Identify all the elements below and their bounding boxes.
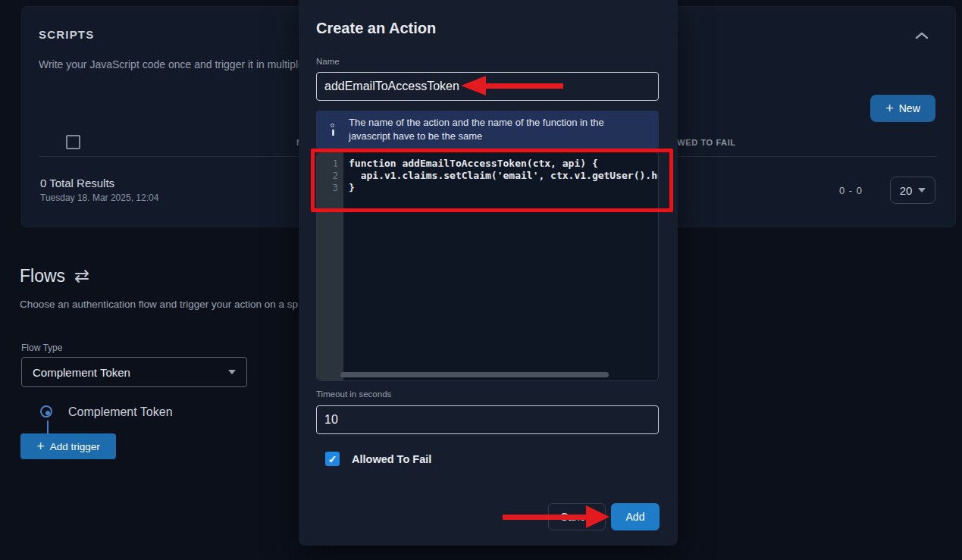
add-trigger-label: Add trigger (50, 441, 100, 452)
caret-down-icon (228, 370, 236, 374)
timeout-field-label: Timeout in seconds (316, 389, 391, 399)
new-button-label: New (899, 102, 920, 114)
flow-type-select[interactable]: Complement Token (21, 357, 247, 387)
create-action-dialog: Create an Action Name The name of the ac… (299, 0, 678, 546)
scripts-section-title: SCRIPTS (39, 28, 94, 41)
info-banner-text: The name of the action and the name of t… (349, 116, 659, 142)
action-name-input[interactable] (316, 72, 659, 101)
pagination-range: 0 - 0 (839, 185, 863, 196)
scripts-section-description: Write your JavaScript code once and trig… (39, 58, 304, 70)
add-button[interactable]: Add (611, 503, 660, 530)
add-trigger-button[interactable]: + Add trigger (20, 433, 116, 459)
flow-node-label: Complement Token (68, 405, 173, 419)
line-number: 3 (317, 182, 343, 194)
info-icon (327, 124, 338, 136)
flow-node-icon (40, 405, 55, 421)
code-line: api.v1.claims.setClaim('email', ctx.v1.g… (343, 170, 658, 182)
page-size-value: 20 (900, 184, 913, 197)
plus-icon: + (36, 440, 45, 453)
code-editor[interactable]: 1 2 3 function addEmailToAccessToken(ctx… (316, 152, 659, 381)
total-results: 0 Total Results (40, 177, 114, 189)
allowed-to-fail-row: ✓ Allowed To Fail (325, 452, 431, 466)
page-size-select[interactable]: 20 (890, 177, 935, 204)
editor-horizontal-scrollbar[interactable] (340, 372, 609, 377)
editor-code-area[interactable]: function addEmailToAccessToken(ctx, api)… (343, 152, 658, 380)
code-line: } (343, 182, 658, 194)
allowed-to-fail-label: Allowed To Fail (352, 453, 431, 465)
flow-type-value: Complement Token (33, 366, 130, 379)
flows-title-text: Flows (20, 266, 65, 286)
info-banner: The name of the action and the name of t… (316, 111, 659, 149)
new-action-button[interactable]: + New (870, 95, 935, 122)
plus-icon: + (885, 102, 894, 115)
editor-line-numbers: 1 2 3 (317, 152, 343, 380)
flow-type-label: Flow Type (21, 343, 62, 353)
allowed-to-fail-checkbox[interactable]: ✓ (325, 452, 340, 466)
results-timestamp: Tuesday 18. Mar 2025, 12:04 (40, 192, 158, 203)
swap-arrows-icon: ⇄ (74, 265, 89, 286)
collapse-section-button[interactable] (911, 25, 932, 46)
select-all-checkbox[interactable] (66, 135, 80, 149)
cancel-button[interactable]: Cancel (548, 503, 606, 530)
code-line: function addEmailToAccessToken(ctx, api)… (343, 158, 658, 170)
flows-section-description: Choose an authentication flow and trigge… (20, 299, 298, 310)
caret-down-icon (918, 188, 926, 192)
line-number: 2 (317, 170, 343, 182)
name-field-label: Name (316, 57, 340, 66)
checkmark-icon: ✓ (328, 454, 337, 465)
dialog-title: Create an Action (316, 20, 436, 37)
chevron-up-icon (915, 32, 929, 39)
line-number: 1 (317, 158, 343, 170)
flows-section-title: Flows ⇄ (20, 265, 89, 286)
timeout-input[interactable] (316, 405, 659, 434)
